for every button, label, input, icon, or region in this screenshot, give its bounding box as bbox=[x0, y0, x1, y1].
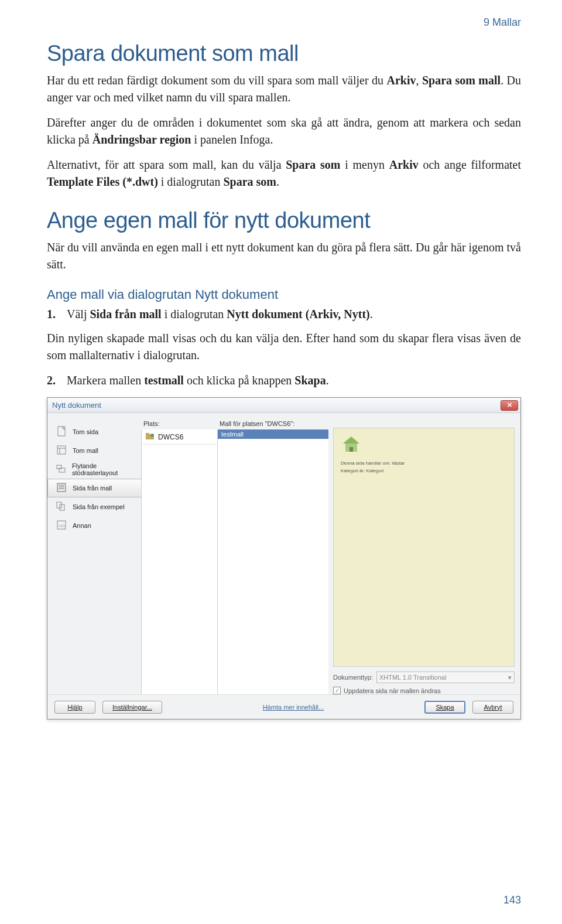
sidebar-item-label: Tom mall bbox=[73, 447, 98, 454]
dialog-titlebar: Nytt dokument ✕ bbox=[47, 398, 520, 413]
sidebar-item-label: Sida från exempel bbox=[73, 503, 125, 510]
site-item[interactable]: DWCS6 bbox=[142, 429, 217, 445]
sidebar-item-label: Annan bbox=[73, 522, 91, 529]
step-list-2: 2. Markera mallen testmall och klicka på… bbox=[47, 372, 521, 389]
section2-title: Ange egen mall för nytt dokument bbox=[47, 208, 521, 233]
chevron-down-icon: ▾ bbox=[508, 674, 512, 681]
template-item-selected[interactable]: testmall bbox=[218, 429, 328, 439]
preview-text: Denna sida handlar om: hästar Kategori ä… bbox=[341, 460, 405, 475]
close-icon: ✕ bbox=[507, 401, 512, 409]
cancel-button[interactable]: Avbryt bbox=[472, 701, 513, 714]
sidebar-item-fluid-grid[interactable]: Flytande stödrasterlayout bbox=[47, 460, 141, 479]
help-button[interactable]: Hjälp bbox=[54, 701, 95, 714]
template-list[interactable]: testmall bbox=[218, 429, 328, 694]
svg-rect-15 bbox=[146, 433, 149, 435]
section2-paragraph-1: När du vill använda en egen mall i ett n… bbox=[47, 239, 521, 273]
sidebar-item-blank-page[interactable]: Tom sida bbox=[47, 422, 141, 441]
sidebar-item-page-from-sample[interactable]: Sida från exempel bbox=[47, 497, 141, 516]
template-column-label: Mall för platsen "DWCS6": bbox=[217, 419, 328, 429]
update-label: Uppdatera sida när mallen ändras bbox=[344, 687, 441, 694]
dialog-title: Nytt dokument bbox=[52, 401, 101, 410]
doctype-select[interactable]: XHTML 1.0 Transitional ▾ bbox=[376, 671, 515, 683]
svg-rect-6 bbox=[57, 483, 66, 492]
page-number: 143 bbox=[503, 894, 521, 906]
code-icon: </> bbox=[55, 520, 68, 531]
fluid-grid-icon bbox=[55, 463, 67, 475]
sidebar-item-other[interactable]: </> Annan bbox=[47, 516, 141, 535]
site-folder-icon bbox=[145, 432, 155, 442]
settings-button[interactable]: Inställningar... bbox=[102, 701, 162, 714]
step-text-1: Välj Sida från mall i dialogrutan Nytt d… bbox=[67, 306, 521, 323]
sidebar-item-blank-template[interactable]: Tom mall bbox=[47, 441, 141, 460]
section1-paragraph-3: Alternativt, för att spara som mall, kan… bbox=[47, 156, 521, 190]
sidebar-item-label: Sida från mall bbox=[73, 485, 112, 492]
update-checkbox-row[interactable]: ✓ Uppdatera sida när mallen ändras bbox=[333, 687, 515, 694]
house-icon bbox=[341, 435, 362, 453]
dialog-footer: Hjälp Inställningar... Hämta mer innehål… bbox=[47, 694, 520, 719]
svg-text:</>: </> bbox=[59, 523, 66, 529]
section1-paragraph-1: Har du ett redan färdigt dokument som du… bbox=[47, 72, 521, 106]
dialog-sidebar: Tom sida Tom mall Flytande stödrasterlay… bbox=[47, 419, 141, 694]
section1-title: Spara dokument som mall bbox=[47, 41, 521, 66]
svg-rect-10 bbox=[57, 502, 61, 508]
sidebar-item-page-from-template[interactable]: Sida från mall bbox=[47, 479, 141, 497]
doctype-label: Dokumenttyp: bbox=[333, 674, 373, 681]
doctype-row: Dokumenttyp: XHTML 1.0 Transitional ▾ bbox=[333, 671, 515, 683]
page-icon bbox=[55, 426, 68, 438]
section2-paragraph-2: Din nyligen skapade mall visas och du ka… bbox=[47, 330, 521, 364]
get-more-link[interactable]: Hämta mer innehåll... bbox=[263, 704, 324, 711]
step-number-1: 1. bbox=[47, 306, 67, 323]
svg-rect-19 bbox=[349, 447, 353, 452]
section2-subheading: Ange mall via dialogrutan Nytt dokument bbox=[47, 287, 521, 302]
svg-marker-17 bbox=[343, 437, 359, 444]
step-list-1: 1. Välj Sida från mall i dialogrutan Nyt… bbox=[47, 306, 521, 323]
site-column-label: Plats: bbox=[141, 419, 217, 429]
template-preview: Denna sida handlar om: hästar Kategori ä… bbox=[333, 428, 515, 667]
template-icon bbox=[55, 445, 68, 456]
section1-paragraph-2: Därefter anger du de områden i dokumente… bbox=[47, 114, 521, 148]
svg-rect-11 bbox=[60, 504, 64, 510]
step-text-2: Markera mallen testmall och klicka på kn… bbox=[67, 372, 521, 389]
svg-point-16 bbox=[150, 434, 154, 437]
sidebar-item-label: Flytande stödrasterlayout bbox=[72, 462, 141, 476]
sidebar-item-label: Tom sida bbox=[73, 428, 98, 435]
site-name: DWCS6 bbox=[158, 433, 183, 441]
svg-rect-1 bbox=[57, 446, 66, 454]
sample-icon bbox=[55, 501, 68, 513]
step-number-2: 2. bbox=[47, 372, 67, 389]
page-from-template-icon bbox=[55, 482, 68, 494]
create-button[interactable]: Skapa bbox=[424, 701, 465, 714]
new-document-dialog: Nytt dokument ✕ Tom sida Tom mall bbox=[47, 397, 521, 720]
chapter-header: 9 Mallar bbox=[484, 16, 521, 29]
checkbox-icon: ✓ bbox=[333, 687, 341, 694]
close-button[interactable]: ✕ bbox=[501, 400, 518, 411]
